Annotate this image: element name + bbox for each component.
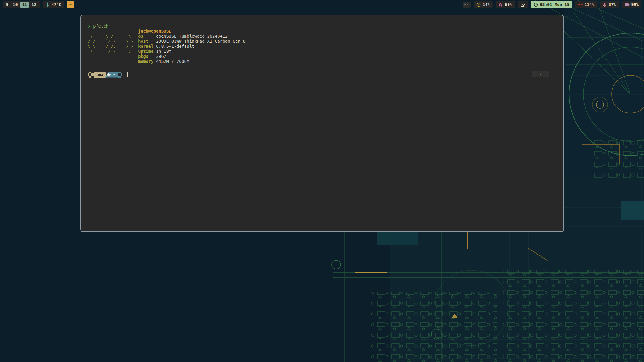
workspace-12[interactable]: 12 — [29, 2, 39, 8]
prompt-path-segment: ~ — [105, 72, 118, 78]
pfetch-info: jack@openSUSE osopenSUSE Tumbleweed 2024… — [138, 29, 245, 64]
opensuse-gecko-icon — [97, 73, 103, 77]
cpu-gauge-icon — [476, 3, 481, 7]
notes-module[interactable] — [518, 1, 528, 8]
field-label: os — [138, 34, 156, 39]
field-label: memory — [138, 59, 156, 64]
prompt-path: ~ — [113, 72, 115, 77]
prompt-fade-left — [88, 72, 94, 78]
volume-module[interactable]: 114% — [575, 1, 597, 8]
terminal-window[interactable]: ❯ pfetch _____ ______ / ____\ / ____ \ /… — [80, 15, 564, 232]
field-value: 6.8.5-1-default — [156, 44, 194, 49]
workspace-switcher: 9 10 11 12 — [3, 1, 40, 8]
status-bar-right: 14% 69% 03:01 Mon 15 114% — [463, 1, 641, 8]
right-prompt-status: ✓ — [536, 71, 546, 77]
cpu-module[interactable]: 14% — [474, 1, 493, 8]
workspace-9[interactable]: 9 — [4, 2, 11, 8]
opensuse-ascii-logo: _____ ______ / ____\ / ____ \ / / `/ / \… — [88, 29, 134, 54]
temperature-value: 47°C — [52, 2, 61, 7]
battery-icon — [625, 3, 630, 7]
pfetch-field-os: osopenSUSE Tumbleweed 20240412 — [138, 34, 245, 39]
memory-flower-icon — [498, 3, 503, 7]
microphone-value: 87% — [608, 2, 616, 7]
prompt-symbol: ❯ — [88, 24, 90, 29]
field-label: pkgs — [138, 54, 156, 59]
house-icon — [107, 73, 111, 77]
cpu-value: 14% — [483, 2, 490, 7]
mode-badge[interactable]: ~ — [67, 1, 74, 8]
workspace-10[interactable]: 10 — [11, 2, 20, 8]
thermometer-icon — [46, 2, 50, 7]
field-label: host — [138, 39, 156, 44]
shell-prompt-line: ~ ✓ — [88, 71, 556, 78]
prompt-fade-right — [118, 72, 122, 78]
status-bar-left: 9 10 11 12 47°C ~ — [3, 1, 74, 8]
temperature-module[interactable]: 47°C — [43, 1, 64, 8]
status-bar: 9 10 11 12 47°C ~ 14% — [0, 0, 644, 9]
field-label: uptime — [138, 49, 156, 54]
text-cursor — [127, 72, 128, 77]
executed-command-line: ❯ pfetch — [88, 24, 556, 29]
pfetch-field-pkgs: pkgs2967 — [138, 54, 245, 59]
tray-app-icon — [464, 3, 469, 6]
field-value: 2967 — [156, 54, 166, 59]
success-check-icon: ✓ — [539, 72, 542, 77]
pfetch-field-memory: memory4452M / 7606M — [138, 59, 245, 64]
prompt-os-segment — [94, 72, 106, 78]
pfetch-field-host: host20U9CTO1WW ThinkPad X1 Carbon Gen 8 — [138, 39, 245, 44]
pfetch-field-kernel: kernel6.8.5-1-default — [138, 44, 245, 49]
edit-note-icon — [521, 3, 525, 7]
pfetch-title: jack@openSUSE — [138, 29, 245, 34]
memory-module[interactable]: 69% — [496, 1, 515, 8]
clock-module[interactable]: 03:01 Mon 15 — [531, 1, 572, 8]
memory-value: 69% — [505, 2, 512, 7]
battery-module[interactable]: 99% — [622, 1, 641, 8]
microphone-module[interactable]: 87% — [600, 1, 619, 8]
field-value: 4452M / 7606M — [156, 59, 189, 64]
desktop: { "topbar": { "workspaces": { "items": [… — [0, 0, 644, 362]
speaker-icon — [578, 3, 583, 7]
field-value: 1h 18m — [156, 49, 171, 54]
field-label: kernel — [138, 44, 156, 49]
field-value: 20U9CTO1WW ThinkPad X1 Carbon Gen 8 — [156, 39, 245, 44]
tray-app[interactable] — [463, 2, 471, 8]
volume-value: 114% — [585, 2, 594, 7]
field-value: openSUSE Tumbleweed 20240412 — [156, 34, 228, 39]
clock-text: 03:01 Mon 15 — [540, 2, 569, 7]
pfetch-field-uptime: uptime1h 18m — [138, 49, 245, 54]
command-text: pfetch — [93, 24, 108, 29]
mode-badge-label: ~ — [69, 2, 72, 7]
microphone-icon — [603, 3, 607, 7]
pfetch-output: _____ ______ / ____\ / ____ \ / / `/ / \… — [88, 29, 556, 64]
workspace-11-active[interactable]: 11 — [20, 2, 29, 8]
clock-icon — [534, 3, 538, 7]
battery-value: 99% — [631, 2, 639, 7]
